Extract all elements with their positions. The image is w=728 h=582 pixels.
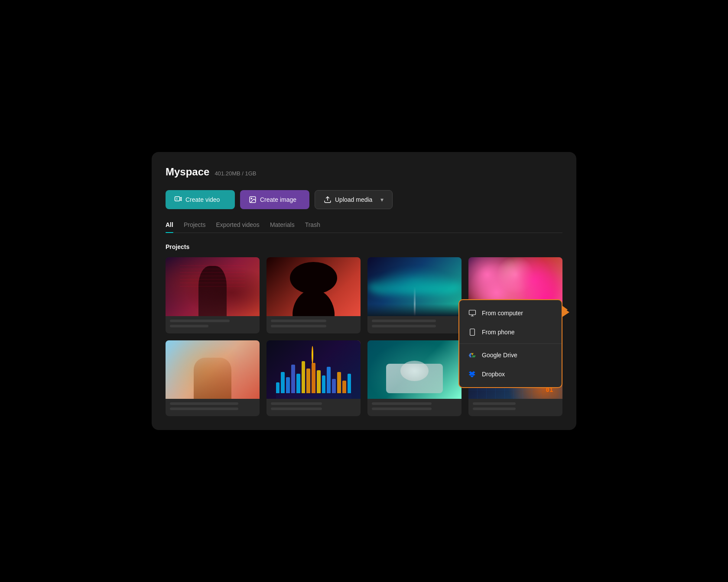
tab-materials[interactable]: Materials — [270, 221, 295, 233]
card-meta-bar-short — [271, 407, 322, 410]
card-meta — [367, 316, 462, 333]
upload-from-computer[interactable]: From computer — [459, 304, 562, 323]
dropbox-icon — [468, 370, 477, 378]
dropbox-label: Dropbox — [482, 371, 505, 378]
app-container: Myspace 401.20MB / 1GB Create video Crea… — [152, 152, 576, 430]
card-meta-bar-short — [372, 325, 436, 327]
music-viz — [276, 358, 351, 393]
svg-rect-5 — [470, 329, 475, 335]
card-meta — [166, 316, 260, 333]
card-meta-bar — [372, 320, 436, 322]
video-icon — [174, 196, 182, 204]
storage-info: 401.20MB / 1GB — [214, 170, 256, 177]
card-meta-bar — [271, 402, 322, 405]
upload-icon — [324, 196, 332, 204]
card-meta — [166, 399, 260, 416]
computer-icon — [468, 309, 477, 317]
table-row[interactable] — [367, 257, 462, 333]
from-phone-label: From phone — [482, 329, 514, 336]
card-meta-bar — [473, 402, 516, 405]
card-meta-bar-short — [372, 407, 432, 410]
upload-media-label: Upload media — [335, 196, 372, 203]
upload-dropbox[interactable]: Dropbox — [459, 365, 562, 384]
create-image-label: Create image — [260, 196, 296, 203]
table-row[interactable] — [166, 257, 260, 333]
upload-google-drive[interactable]: Google Drive — [459, 346, 562, 365]
phone-icon — [468, 328, 477, 336]
table-row[interactable] — [266, 340, 361, 417]
table-row[interactable] — [367, 340, 462, 417]
upload-dropdown: From computer From phone Google Drive — [458, 299, 562, 388]
card-meta-bar — [170, 320, 230, 322]
google-drive-label: Google Drive — [482, 352, 517, 359]
tab-projects[interactable]: Projects — [184, 221, 206, 233]
page-title: Myspace — [166, 166, 209, 178]
table-row[interactable] — [166, 340, 260, 417]
card-meta — [468, 399, 562, 416]
card-meta — [266, 316, 361, 333]
svg-point-2 — [251, 198, 252, 199]
chevron-down-icon: ▾ — [380, 196, 384, 203]
card-meta-bar — [170, 402, 238, 405]
dropdown-arrow — [562, 305, 568, 314]
svg-rect-0 — [175, 197, 180, 201]
header: Myspace 401.20MB / 1GB — [166, 166, 562, 178]
card-meta — [266, 399, 361, 416]
upload-from-phone[interactable]: From phone — [459, 323, 562, 342]
tab-all[interactable]: All — [166, 221, 173, 233]
card-meta-bar — [271, 320, 326, 322]
tab-exported-videos[interactable]: Exported videos — [216, 221, 259, 233]
table-row[interactable] — [266, 257, 361, 333]
google-drive-icon — [468, 351, 477, 359]
upload-media-button[interactable]: Upload media ▾ — [315, 190, 393, 209]
tabs-row: All Projects Exported videos Materials T… — [166, 221, 562, 233]
card-meta-bar-short — [271, 325, 326, 327]
image-icon — [249, 196, 257, 204]
card-meta-bar — [372, 402, 432, 405]
from-computer-label: From computer — [482, 310, 523, 317]
card-meta-bar-short — [473, 407, 516, 410]
create-image-button[interactable]: Create image — [240, 190, 309, 209]
card-meta-bar-short — [170, 325, 208, 327]
tab-trash[interactable]: Trash — [305, 221, 320, 233]
dropdown-divider — [459, 343, 562, 344]
svg-rect-4 — [469, 310, 476, 315]
section-title: Projects — [166, 243, 562, 250]
create-video-button[interactable]: Create video — [166, 190, 235, 209]
card-meta — [367, 399, 462, 416]
actions-row: Create video Create image Upload media ▾ — [166, 190, 562, 209]
card-meta-bar-short — [170, 407, 238, 410]
create-video-label: Create video — [185, 196, 220, 203]
